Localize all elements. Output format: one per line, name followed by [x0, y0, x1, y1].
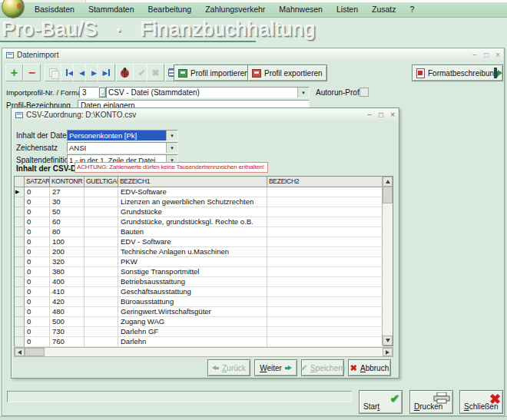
scroll-right-icon[interactable] [383, 348, 393, 356]
table-row[interactable]: 0410Geschäftsausstattung [15, 287, 393, 297]
menu-bearbeitung[interactable]: Bearbeitung [141, 3, 198, 16]
table-row[interactable]: 0200Technische Anlagen u.Maschinen [15, 247, 393, 257]
row-selector[interactable] [15, 207, 25, 217]
row-selector[interactable] [15, 197, 25, 207]
formatbeschreibung-button[interactable]: Formatbeschreibung [412, 64, 503, 81]
table-row[interactable]: 0500Zugang WAG [15, 317, 393, 327]
start-button[interactable]: Start ✔ [359, 390, 403, 414]
chevron-down-icon[interactable]: ▼ [166, 143, 177, 153]
dialog-minimize-icon[interactable]: − [367, 111, 372, 119]
table-row[interactable]: 0420Büroausstattung [15, 297, 393, 307]
close-icon[interactable]: × [495, 51, 500, 59]
menu-stammdaten[interactable]: Stammdaten [81, 3, 141, 16]
row-selector[interactable] [15, 317, 25, 327]
menu-zusatz[interactable]: Zusatz [365, 3, 403, 16]
table-cell: 0 [25, 327, 50, 337]
speichern-label: Speichern [310, 364, 345, 372]
drucken-button[interactable]: Drucken [409, 390, 453, 414]
table-cell: Zugang WAG [118, 317, 267, 327]
nav-last-button[interactable]: ▶ [98, 64, 115, 81]
vertical-scrollbar[interactable] [382, 177, 393, 346]
table-cell [84, 297, 118, 307]
menu-zahlungsverkehr[interactable]: Zahlungsverkehr [198, 3, 272, 16]
inhalt-combobox[interactable]: Personenkonten [Pk] ▼ [67, 130, 178, 141]
profil-exportieren-button[interactable]: Profil exportieren [247, 64, 327, 81]
row-selector[interactable] [15, 257, 25, 267]
menu-help[interactable]: ? [403, 3, 422, 16]
weiter-button[interactable]: Weiter [254, 359, 297, 376]
table-row[interactable]: 080Bauten [15, 227, 393, 237]
lookup-button[interactable]: .. [99, 88, 106, 98]
table-row[interactable]: 0760Darlehn [15, 337, 393, 347]
speichern-button[interactable]: ✔ Speichern [301, 359, 344, 376]
table-row[interactable]: 0380Sonstige Transportmittel [15, 267, 393, 277]
scroll-left-icon[interactable] [15, 348, 25, 356]
window-controls: − □ × [472, 51, 500, 59]
dialog-maximize-icon[interactable]: □ [379, 111, 383, 119]
menu-listen[interactable]: Listen [330, 3, 365, 16]
row-selector[interactable]: ▶ [15, 187, 25, 197]
table-cell [267, 257, 383, 267]
header-satzart[interactable]: SATZART [25, 177, 50, 187]
cancel-button[interactable]: ✖ [147, 64, 164, 81]
table-cell: 0 [25, 277, 50, 287]
row-selector[interactable] [15, 237, 25, 247]
inhalt-value: Personenkonten [Pk] [68, 131, 166, 141]
header-gueltigab[interactable]: GUELTIGAB [84, 177, 118, 187]
row-selector[interactable] [15, 287, 25, 297]
row-selector[interactable] [15, 217, 25, 227]
table-row[interactable]: 0320PKW [15, 257, 393, 267]
table-row[interactable]: 0400Betriebsausstattung [15, 277, 393, 287]
schliessen-button[interactable]: Schließen ✖ [459, 390, 503, 414]
arrow-right-icon [285, 365, 292, 370]
table-row[interactable]: 0480Geringwert.Wirtschaftsgüter [15, 307, 393, 317]
menu-basisdaten[interactable]: Basisdaten [28, 3, 81, 16]
table-row[interactable]: 050Grundstücke [15, 207, 393, 217]
dialog-close-icon[interactable]: × [390, 111, 395, 119]
vertical-scroll-thumb[interactable] [383, 187, 393, 203]
profil-importieren-button[interactable]: Profil importieren [174, 64, 254, 81]
row-selector[interactable] [15, 227, 25, 237]
zurueck-button[interactable]: Zurück [207, 359, 250, 376]
minimize-icon[interactable]: − [472, 51, 477, 59]
chevron-down-icon[interactable]: ▼ [166, 131, 177, 141]
exit-button[interactable] [494, 65, 506, 80]
chevron-down-icon[interactable]: ▼ [297, 88, 309, 98]
row-selector[interactable] [15, 327, 25, 337]
scroll-up-icon[interactable] [383, 177, 393, 187]
add-button[interactable]: + [5, 64, 23, 81]
table-row[interactable]: ▶027EDV-Software [15, 187, 393, 197]
table-row[interactable]: 0730Darlehn GF [15, 327, 393, 337]
zeichensatz-combobox[interactable]: ANSI ▼ [67, 142, 178, 154]
table-row[interactable]: 060Grundstücke, grundstücksgl. Rechte o.… [15, 217, 393, 227]
row-selector[interactable] [15, 297, 25, 307]
table-cell: PKW [118, 257, 267, 267]
table-row[interactable]: 030Lizenzen an gewerblichen Schutzrechte… [15, 197, 393, 207]
table-cell: Bauten [118, 227, 267, 237]
row-selector[interactable] [15, 277, 25, 287]
row-selector[interactable] [15, 337, 25, 347]
table-row[interactable]: 0100EDV - Software [15, 237, 393, 247]
datenimport-titlebar[interactable]: Datenimport − □ × [3, 49, 503, 61]
importprofil-nr-input[interactable] [79, 87, 99, 98]
header-kontonr[interactable]: KONTONR [50, 177, 84, 187]
maximize-icon[interactable]: □ [484, 51, 489, 59]
scroll-down-icon[interactable] [383, 336, 393, 346]
row-selector[interactable] [15, 247, 25, 257]
csv-dialog-titlebar[interactable]: CSV-Zuordnung: D:\KONTO.csv − □ × [12, 109, 398, 121]
menu-mahnwesen[interactable]: Mahnwesen [272, 3, 330, 16]
header-bezeich2[interactable]: BEZEICH2 [267, 177, 383, 187]
autorun-checkbox[interactable] [360, 88, 369, 97]
horizontal-scroll-thumb[interactable] [25, 348, 45, 356]
remove-button[interactable]: − [23, 64, 41, 81]
table-cell: 0 [25, 257, 50, 267]
abbruch-button[interactable]: ✖ Abbruch [348, 359, 391, 376]
row-selector[interactable] [15, 307, 25, 317]
format-combobox[interactable]: CSV - Datei (Stammdaten) ▼ [106, 87, 310, 98]
copy-button[interactable] [45, 64, 62, 81]
header-bezeich1[interactable]: BEZEICH1 [118, 177, 267, 187]
bug-button[interactable] [116, 64, 134, 81]
save-check-icon: ✔ [300, 363, 307, 373]
horizontal-scrollbar[interactable] [14, 347, 393, 357]
row-selector[interactable] [15, 267, 25, 277]
